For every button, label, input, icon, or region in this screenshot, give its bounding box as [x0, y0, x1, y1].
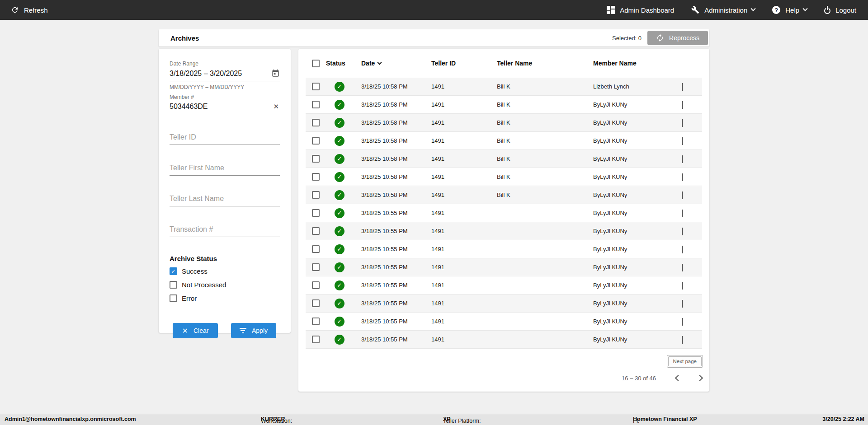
sort-desc-icon	[377, 60, 382, 65]
row-member-name: ByLyJl KUNy	[593, 282, 680, 289]
table-row[interactable]: ✓ 3/18/25 10:55 PM 1491 ByLyJl KUNy	[306, 313, 702, 331]
logged-in-user: Admin1@hometownfinancialxp.onmicrosoft.c…	[5, 416, 136, 422]
row-teller-name: Bill K	[497, 101, 593, 108]
logout-button[interactable]: Logout	[824, 6, 856, 14]
row-checkbox[interactable]	[312, 299, 320, 307]
checkbox[interactable]	[170, 294, 177, 302]
column-header-teller-name[interactable]: Teller Name	[497, 60, 593, 67]
row-teller-id: 1491	[431, 101, 497, 108]
row-date: 3/18/25 10:55 PM	[361, 246, 431, 252]
date-range-input[interactable]: 3/18/2025 – 3/20/2025	[170, 67, 280, 81]
expand-row-icon[interactable]	[682, 191, 683, 199]
row-teller-id: 1491	[431, 282, 497, 289]
expand-row-icon[interactable]	[682, 119, 683, 127]
page-title: Archives	[170, 34, 199, 42]
refresh-button[interactable]: Refresh	[11, 6, 48, 14]
table-row[interactable]: ✓ 3/18/25 10:58 PM 1491 Bill K ByLyJl KU…	[306, 168, 702, 186]
apply-button[interactable]: Apply	[231, 323, 276, 338]
clear-button[interactable]: ✕ Clear	[173, 323, 218, 338]
expand-row-icon[interactable]	[682, 336, 683, 344]
row-checkbox[interactable]	[312, 245, 320, 253]
next-page-tooltip: Next page	[667, 355, 703, 368]
filter-panel: Date Range 3/18/2025 – 3/20/2025 MM/DD/Y…	[159, 49, 291, 333]
row-date: 3/18/25 10:55 PM	[361, 228, 431, 234]
expand-row-icon[interactable]	[682, 210, 683, 217]
admin-dashboard-button[interactable]: Admin Dashboard	[607, 6, 674, 14]
success-status-icon: ✓	[335, 154, 344, 164]
expand-row-icon[interactable]	[682, 228, 683, 235]
row-teller-name: Bill K	[497, 173, 593, 180]
row-teller-name: Bill K	[497, 119, 593, 126]
row-checkbox[interactable]	[312, 83, 320, 90]
expand-row-icon[interactable]	[682, 137, 683, 145]
next-page-button[interactable]	[697, 375, 703, 381]
table-row[interactable]: ✓ 3/18/25 10:58 PM 1491 Bill K ByLyJl KU…	[306, 114, 702, 132]
table-row[interactable]: ✓ 3/18/25 10:55 PM 1491 ByLyJl KUNy	[306, 258, 702, 276]
teller-last-name-input[interactable]: Teller Last Name	[170, 192, 280, 206]
calendar-icon[interactable]	[271, 69, 280, 78]
select-all-checkbox[interactable]	[312, 60, 320, 67]
teller-first-name-input[interactable]: Teller First Name	[170, 162, 280, 176]
expand-row-icon[interactable]	[682, 300, 683, 308]
expand-row-icon[interactable]	[682, 173, 683, 181]
column-header-member-name[interactable]: Member Name	[593, 60, 680, 67]
checkbox-not-processed[interactable]: Not Processed	[170, 280, 280, 290]
reprocess-button[interactable]: Reprocess	[647, 31, 708, 45]
checkbox[interactable]	[170, 267, 177, 275]
help-menu[interactable]: ? Help	[772, 6, 807, 14]
table-row[interactable]: ✓ 3/18/25 10:55 PM 1491 ByLyJl KUNy	[306, 294, 702, 313]
refresh-icon	[11, 6, 19, 14]
expand-row-icon[interactable]	[682, 83, 683, 91]
clear-member-icon[interactable]: ✕	[272, 103, 280, 111]
expand-row-icon[interactable]	[682, 318, 683, 326]
row-member-name: ByLyJl KUNy	[593, 137, 680, 144]
previous-page-button[interactable]	[675, 375, 681, 381]
row-checkbox[interactable]	[312, 191, 320, 199]
row-member-name: ByLyJl KUNy	[593, 173, 680, 180]
row-checkbox[interactable]	[312, 137, 320, 145]
table-row[interactable]: ✓ 3/18/25 10:58 PM 1491 Bill K ByLyJl KU…	[306, 150, 702, 168]
row-checkbox[interactable]	[312, 101, 320, 108]
row-checkbox[interactable]	[312, 227, 320, 235]
column-header-status[interactable]: Status	[326, 60, 361, 67]
table-row[interactable]: ✓ 3/18/25 10:55 PM 1491 ByLyJl KUNy	[306, 331, 702, 349]
date-range-value: 3/18/2025 – 3/20/2025	[170, 70, 271, 78]
row-checkbox[interactable]	[312, 155, 320, 163]
table-row[interactable]: ✓ 3/18/25 10:55 PM 1491 ByLyJl KUNy	[306, 222, 702, 240]
row-checkbox[interactable]	[312, 119, 320, 126]
expand-row-icon[interactable]	[682, 246, 683, 253]
row-checkbox[interactable]	[312, 281, 320, 289]
column-header-date[interactable]: Date	[361, 60, 431, 67]
checkbox-success[interactable]: Success	[170, 266, 280, 276]
member-input[interactable]: 5034463DE ✕	[170, 100, 280, 114]
column-header-teller-id[interactable]: Teller ID	[431, 60, 497, 67]
financial-institution-info: FI: Hometown Financial XP	[633, 416, 697, 422]
transaction-number-input[interactable]: Transaction #	[170, 223, 280, 237]
row-checkbox[interactable]	[312, 318, 320, 325]
row-date: 3/18/25 10:58 PM	[361, 119, 431, 126]
teller-first-name-placeholder: Teller First Name	[170, 164, 280, 172]
table-row[interactable]: ✓ 3/18/25 10:55 PM 1491 ByLyJl KUNy	[306, 240, 702, 258]
checkbox-label: Not Processed	[182, 281, 226, 289]
row-checkbox[interactable]	[312, 209, 320, 217]
checkbox-error[interactable]: Error	[170, 294, 280, 303]
row-checkbox[interactable]	[312, 173, 320, 181]
table-row[interactable]: ✓ 3/18/25 10:55 PM 1491 ByLyJl KUNy	[306, 204, 702, 222]
teller-platform-info: Teller Platform: XP	[443, 416, 451, 422]
table-row[interactable]: ✓ 3/18/25 10:55 PM 1491 ByLyJl KUNy	[306, 276, 702, 294]
table-row[interactable]: ✓ 3/18/25 10:58 PM 1491 Bill K ByLyJl KU…	[306, 132, 702, 150]
table-row[interactable]: ✓ 3/18/25 10:58 PM 1491 Bill K ByLyJl KU…	[306, 186, 702, 204]
row-checkbox[interactable]	[312, 336, 320, 343]
administration-menu[interactable]: Administration	[691, 6, 755, 14]
expand-row-icon[interactable]	[682, 264, 683, 271]
expand-row-icon[interactable]	[682, 282, 683, 290]
row-checkbox[interactable]	[312, 263, 320, 271]
teller-id-input[interactable]: Teller ID	[170, 131, 280, 145]
table-row[interactable]: ✓ 3/18/25 10:58 PM 1491 Bill K ByLyJl KU…	[306, 96, 702, 114]
member-label: Member #	[170, 94, 280, 100]
table-row[interactable]: ✓ 3/18/25 10:58 PM 1491 Bill K Lizbeth L…	[306, 78, 702, 96]
checkbox[interactable]	[170, 281, 177, 289]
expand-row-icon[interactable]	[682, 155, 683, 163]
expand-row-icon[interactable]	[682, 101, 683, 109]
administration-label: Administration	[704, 6, 747, 14]
